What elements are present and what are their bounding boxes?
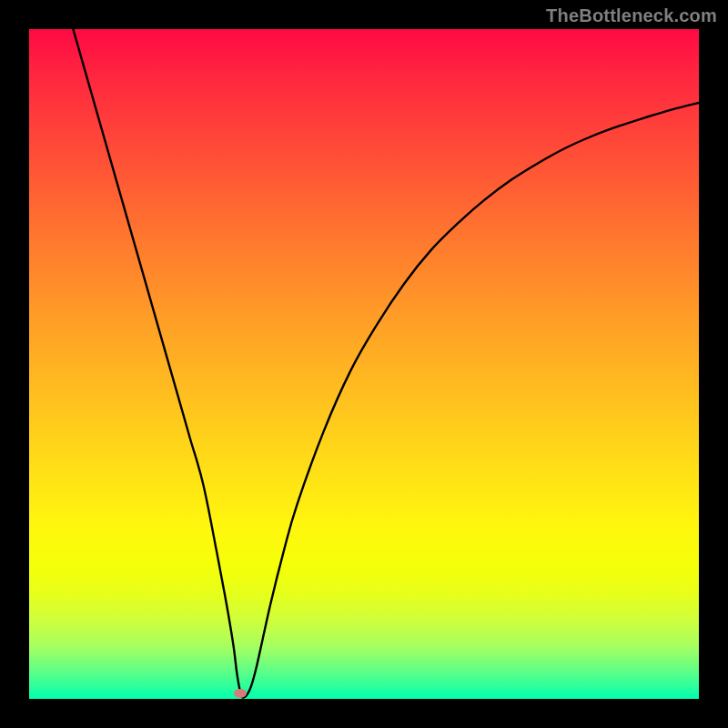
plot-area [29,29,699,699]
optimal-marker [234,689,247,698]
watermark: TheBottleneck.com [546,5,717,26]
background-gradient [29,29,699,699]
chart-canvas: TheBottleneck.com [0,0,728,728]
